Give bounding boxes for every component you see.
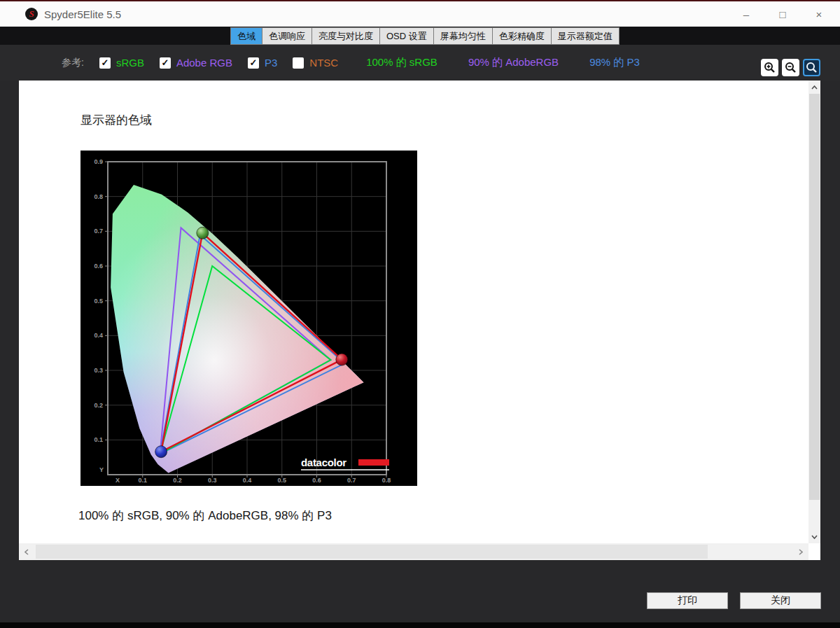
scroll-up-button[interactable] [808,81,820,93]
stat-p3-coverage: 98% 的 P3 [589,56,640,69]
svg-text:0.7: 0.7 [347,477,356,484]
svg-text:0.9: 0.9 [94,158,103,165]
reference-toolbar: 参考: ✓ sRGB ✓ Adobe RGB ✓ P3 ✓ NTSC 100% … [0,45,840,81]
svg-text:0.3: 0.3 [94,367,103,374]
zoom-fit-button[interactable] [803,59,820,76]
reference-label: 参考: [62,57,84,69]
svg-text:0.4: 0.4 [94,332,103,339]
title-bar: S Spyder5Elite 5.5 – □ × [0,1,840,27]
zoom-toolbar [761,59,820,76]
window-controls: – □ × [728,1,837,27]
measured-red-primary-marker [336,354,348,365]
zoom-in-button[interactable] [761,59,778,76]
coverage-summary: 100% 的 sRGB, 90% 的 AdobeRGB, 98% 的 P3 [78,508,332,524]
checkbox-adobe-rgb[interactable]: ✓ Adobe RGB [160,57,232,69]
chevron-down-icon [811,535,818,539]
tab-color-accuracy[interactable]: 色彩精确度 [492,27,551,45]
svg-text:0.8: 0.8 [382,477,391,484]
close-button[interactable]: × [801,1,837,27]
svg-text:0.5: 0.5 [277,477,286,484]
tab-bar: 色域 色调响应 亮度与对比度 OSD 设置 屏幕均匀性 色彩精确度 显示器额定值 [0,27,840,45]
checkbox-icon[interactable]: ✓ [99,57,111,69]
tab-screen-uniformity[interactable]: 屏幕均匀性 [433,27,492,45]
report-panel: 显示器的色域 [19,81,808,543]
svg-text:0.2: 0.2 [94,402,103,409]
tab-tone-response[interactable]: 色调响应 [262,27,312,45]
checkbox-label: P3 [265,57,277,69]
cie-diagram: 0.10.20.30.40.50.60.70.80.10.20.30.40.50… [80,151,417,486]
close-dialog-button[interactable]: 关闭 [740,592,821,609]
checkbox-label: Adobe RGB [176,57,232,69]
scroll-right-button[interactable] [793,543,808,560]
svg-text:0.1: 0.1 [94,436,103,443]
horizontal-scrollbar[interactable] [19,543,808,560]
checkbox-label: sRGB [116,57,144,69]
checkbox-ntsc[interactable]: ✓ NTSC [293,57,338,69]
measured-green-primary-marker [197,227,209,239]
tab-strip: 色域 色调响应 亮度与对比度 OSD 设置 屏幕均匀性 色彩精确度 显示器额定值 [230,27,620,46]
scrollbar-corner [808,543,820,560]
svg-text:0.4: 0.4 [243,477,252,484]
magnifier-minus-icon [785,62,797,74]
datacolor-red-bar [358,459,389,466]
svg-text:0.5: 0.5 [94,298,103,305]
app-logo-icon: S [25,8,38,20]
bottom-edge-strip [0,622,840,628]
vertical-scrollbar-thumb[interactable] [809,94,820,500]
stat-srgb-coverage: 100% 的 sRGB [366,56,438,69]
maximize-button[interactable]: □ [764,1,801,27]
tab-gamut[interactable]: 色域 [230,27,262,45]
checkbox-label: NTSC [309,57,338,69]
chevron-right-icon [799,549,803,555]
tab-brightness-contrast[interactable]: 亮度与对比度 [312,27,379,45]
svg-text:0.3: 0.3 [208,477,217,484]
svg-text:0.6: 0.6 [312,477,321,484]
x-axis-label: X [115,477,120,484]
window-title: Spyder5Elite 5.5 [44,8,121,20]
minimize-button[interactable]: – [728,1,764,27]
print-button[interactable]: 打印 [647,592,728,609]
checkbox-p3[interactable]: ✓ P3 [248,57,277,69]
checkbox-icon[interactable]: ✓ [293,57,304,69]
scroll-down-button[interactable] [808,531,820,543]
svg-text:0.7: 0.7 [94,228,103,235]
checkbox-icon[interactable]: ✓ [248,57,259,69]
svg-text:0.8: 0.8 [94,193,103,200]
app-window: S Spyder5Elite 5.5 – □ × 色域 色调响应 亮度与对比度 … [0,0,840,628]
checkbox-icon[interactable]: ✓ [160,57,171,69]
chromaticity-chart: 0.10.20.30.40.50.60.70.80.10.20.30.40.50… [80,151,417,486]
measured-blue-primary-marker [155,446,167,458]
page-title: 显示器的色域 [80,112,152,128]
y-axis-label: Y [99,466,104,473]
horizontal-scrollbar-thumb[interactable] [36,545,708,559]
svg-text:0.6: 0.6 [94,263,103,270]
stat-adobergb-coverage: 90% 的 AdobeRGB [468,56,559,69]
chevron-left-icon [24,549,29,555]
zoom-out-button[interactable] [782,59,799,76]
vertical-scrollbar[interactable] [808,81,820,543]
magnifier-icon [806,62,818,74]
chevron-up-icon [811,85,818,90]
svg-text:0.2: 0.2 [173,477,182,484]
tab-osd-settings[interactable]: OSD 设置 [379,27,433,45]
datacolor-wordmark: datacolor [301,456,346,468]
magnifier-plus-icon [764,62,776,74]
checkbox-srgb[interactable]: ✓ sRGB [99,57,144,69]
tab-display-rating[interactable]: 显示器额定值 [551,27,620,45]
scroll-left-button[interactable] [19,543,34,560]
svg-text:0.1: 0.1 [138,477,147,484]
